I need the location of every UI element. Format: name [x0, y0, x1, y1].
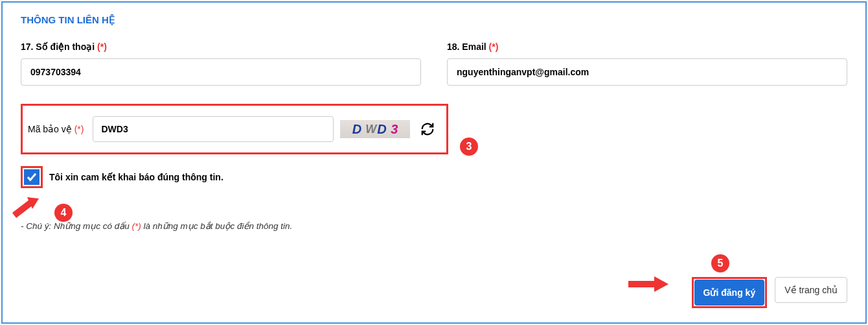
phone-field: 17. Số điện thoại (*): [21, 42, 421, 86]
form-container: THÔNG TIN LIÊN HỆ 17. Số điện thoại (*) …: [1, 1, 867, 324]
captcha-label: Mã bảo vệ (*): [28, 124, 84, 134]
captcha-image: D W D 3: [340, 120, 410, 138]
email-input[interactable]: [447, 58, 847, 86]
phone-input[interactable]: [21, 58, 421, 86]
captcha-refresh-icon[interactable]: [417, 118, 439, 140]
submit-highlight: Gửi đăng ký: [692, 277, 768, 308]
badge-5: 5: [711, 254, 729, 272]
fields-row: 17. Số điện thoại (*) 18. Email (*): [21, 42, 847, 86]
svg-marker-2: [654, 276, 668, 292]
section-title: THÔNG TIN LIÊN HỆ: [21, 14, 847, 26]
captcha-row: Mã bảo vệ (*) D W D 3: [21, 104, 448, 154]
consent-row: Tôi xin cam kết khai báo đúng thông tin.: [21, 166, 847, 188]
arrow-icon-4: [9, 195, 48, 221]
arrow-icon-5: [626, 275, 671, 292]
note-text: - Chú ý: Những mục có dấu (*) là những m…: [21, 221, 847, 231]
action-buttons: Gửi đăng ký Về trang chủ: [692, 277, 847, 308]
consent-checkbox[interactable]: [24, 169, 40, 185]
email-field: 18. Email (*): [447, 42, 847, 86]
phone-label: 17. Số điện thoại (*): [21, 42, 421, 52]
checkbox-highlight: [21, 166, 43, 188]
email-label: 18. Email (*): [447, 42, 847, 52]
consent-label: Tôi xin cam kết khai báo đúng thông tin.: [49, 172, 223, 182]
submit-button[interactable]: Gửi đăng ký: [694, 280, 765, 306]
home-button[interactable]: Về trang chủ: [775, 277, 847, 303]
badge-3: 3: [460, 138, 478, 156]
svg-rect-1: [628, 281, 656, 287]
captcha-input[interactable]: [93, 116, 334, 142]
badge-4: 4: [54, 204, 73, 222]
